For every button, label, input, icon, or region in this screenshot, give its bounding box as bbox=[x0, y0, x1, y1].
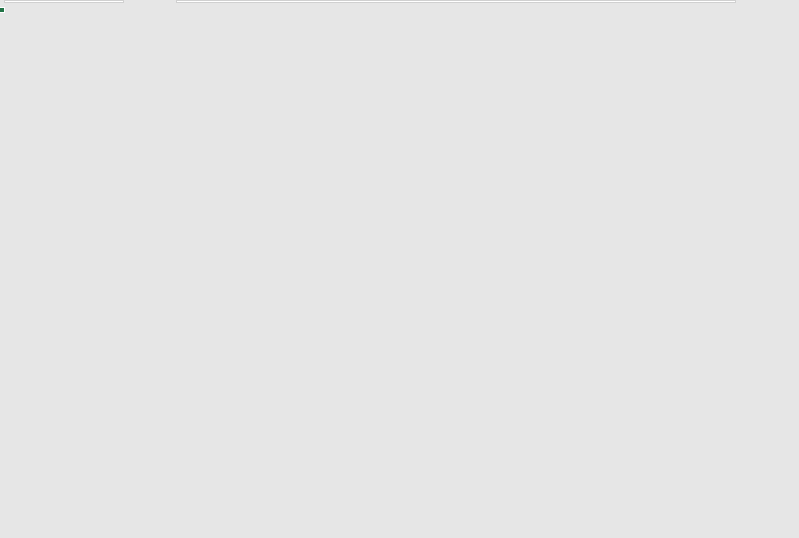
toolbar-fragment bbox=[0, 0, 799, 8]
fill-handle[interactable] bbox=[0, 7, 5, 13]
active-cell-outline bbox=[0, 8, 4, 12]
